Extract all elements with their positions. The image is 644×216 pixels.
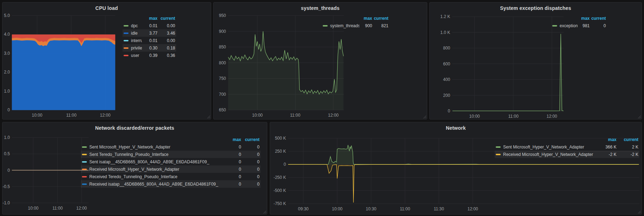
legend-max-header[interactable]: max [596, 137, 616, 142]
legend-series-label[interactable]: Sent isatap__45D6B665_800A_44AD_AB9E_E6D… [89, 159, 223, 164]
y-axis-tick-label: 0.5 [0, 151, 10, 156]
legend-max-value: 366 K [596, 145, 616, 150]
legend-series-color-swatch[interactable] [82, 154, 87, 155]
legend-row: Sent isatap__45D6B665_800A_44AD_AB9E_E6D… [81, 158, 261, 165]
y-axis-tick-label: 900 [206, 29, 226, 34]
legend-series-label[interactable]: privileged [131, 46, 142, 51]
legend-series-label[interactable]: idle [131, 31, 142, 36]
y-axis-tick-label: -250 K [266, 175, 286, 180]
y-axis-tick-label: 1.0 K [430, 30, 450, 35]
legend-series-label[interactable]: user [131, 53, 142, 58]
legend-max-value: 0.30 [142, 46, 157, 51]
panel-title-exception-dispatches[interactable]: System exception dispatches [430, 5, 642, 11]
cpu-load-chart-area[interactable] [2, 2, 211, 119]
legend-series-color-swatch[interactable] [124, 47, 129, 49]
y-axis-tick-label: 200 [430, 93, 450, 98]
legend-series-color-swatch[interactable] [124, 55, 129, 56]
cpu-load-legend: maxcurrentdpc0.010.00idle3.773.46interru… [123, 14, 176, 59]
x-axis-tick-label: 12:00 [464, 206, 482, 211]
y-axis-tick-label: 400 [430, 77, 450, 82]
legend-max-value: 0 [223, 145, 241, 150]
legend-max-value: 3.77 [142, 31, 157, 36]
legend-max-value: -2 K [596, 152, 616, 157]
legend-series-color-swatch[interactable] [82, 146, 87, 148]
legend-series-label[interactable]: dpc [131, 23, 142, 28]
y-axis-tick-label: 2.0 [0, 70, 10, 75]
y-axis-tick-label: 1.2 K [430, 14, 450, 19]
system-threads-legend: maxcurrentsystem_threads900821 [322, 14, 389, 29]
legend-max-value: 0 [223, 152, 241, 157]
y-axis-tick-label: -0.5 [0, 184, 10, 189]
legend-series-label[interactable]: Received Microsoft_Hyper_V_Network_Adapt… [89, 167, 223, 172]
legend-series-label[interactable]: Sent Microsoft_Hyper_V_Network_Adapter [503, 145, 596, 150]
x-axis-tick-label: 11:00 [62, 113, 80, 118]
legend-series-label[interactable]: Received Teredo_Tunneling_Pseudo_Interfa… [89, 174, 223, 179]
legend-series-label[interactable]: Sent Teredo_Tunneling_Pseudo_Interface [89, 152, 223, 157]
y-axis-tick-label: 800 [430, 46, 450, 51]
legend-current-value: 0 [241, 182, 260, 187]
legend-series-color-swatch[interactable] [82, 176, 87, 177]
x-axis-tick-label: 10:00 [328, 206, 346, 211]
legend-series-label[interactable]: Sent Microsoft_Hyper_V_Network_Adapter [89, 145, 223, 150]
legend-series-color-swatch[interactable] [496, 154, 501, 155]
exception-dispatches-chart-area[interactable] [430, 2, 642, 119]
panel-exception-dispatches: System exception dispatches maxcurrentex… [429, 2, 642, 119]
legend-row: system_threads900821 [322, 22, 389, 29]
legend-current-value: 0 [590, 23, 606, 28]
legend-series-label[interactable]: exceptions [560, 23, 578, 28]
y-axis-tick-label: 1.0 [0, 89, 10, 94]
legend-current-value: 0 [241, 145, 260, 150]
legend-max-header[interactable]: max [359, 16, 372, 21]
x-axis-tick-label: 12:00 [96, 113, 114, 118]
y-axis-tick-label: 1.0 [0, 135, 10, 140]
legend-series-color-swatch[interactable] [552, 25, 557, 27]
legend-series-color-swatch[interactable] [496, 146, 501, 148]
legend-current-header[interactable]: current [157, 16, 175, 21]
legend-current-value: 0 [241, 159, 260, 164]
legend-row: Received Teredo_Tunneling_Pseudo_Interfa… [81, 173, 261, 180]
x-axis-tick-label: 09:30 [294, 206, 312, 211]
x-axis-tick-label: 11:00 [286, 113, 304, 118]
legend-row: Received isatap__45D6B665_800A_44AD_AB9E… [81, 180, 261, 188]
system-threads-chart-area[interactable] [214, 2, 427, 119]
y-axis-tick-label: 4.0 [0, 32, 10, 37]
legend-current-header[interactable]: current [372, 16, 388, 21]
legend-current-header[interactable]: current [241, 137, 260, 142]
network-legend: maxcurrentSent Microsoft_Hyper_V_Network… [495, 136, 639, 158]
panel-title-network-discards[interactable]: Network discarded/error packets [2, 125, 267, 131]
y-axis-tick-label: 750 [206, 76, 226, 81]
legend-series-color-swatch[interactable] [124, 40, 129, 41]
legend-series-color-swatch[interactable] [82, 161, 87, 163]
legend-series-color-swatch[interactable] [323, 25, 328, 27]
legend-max-header[interactable]: max [223, 137, 241, 142]
legend-series-label[interactable]: system_threads [330, 23, 359, 28]
legend-series-color-swatch[interactable] [82, 183, 87, 185]
x-axis-tick-label: 12:00 [72, 206, 91, 211]
chart-svg [430, 2, 642, 119]
legend-max-value: 0.39 [142, 53, 157, 58]
legend-max-value: 0 [223, 174, 241, 179]
legend-series-color-swatch[interactable] [82, 169, 87, 170]
legend-series-color-swatch[interactable] [124, 25, 129, 27]
legend-row: Sent Microsoft_Hyper_V_Network_Adapter36… [495, 143, 639, 151]
panel-title-cpu-load[interactable]: CPU load [2, 5, 211, 11]
y-axis-tick-label: 5.0 [0, 13, 10, 18]
legend-row: Received Microsoft_Hyper_V_Network_Adapt… [81, 165, 261, 173]
x-axis-tick-label: 11:00 [396, 206, 414, 211]
x-axis-tick-label: 10:00 [28, 113, 46, 118]
x-axis-tick-label: 11:30 [430, 206, 448, 211]
legend-series-label[interactable]: Received isatap__45D6B665_800A_44AD_AB9E… [89, 182, 223, 187]
y-axis-tick-label: 0 [266, 162, 286, 167]
legend-current-header[interactable]: current [616, 137, 638, 142]
legend-current-header[interactable]: current [590, 16, 606, 21]
panel-title-network[interactable]: Network [270, 125, 642, 131]
legend-max-header[interactable]: max [142, 16, 157, 21]
panel-title-system-threads[interactable]: system_threads [214, 5, 427, 11]
legend-max-header[interactable]: max [578, 16, 590, 21]
legend-series-label[interactable]: interrupt [131, 38, 142, 43]
legend-row: interrupt0.010.00 [123, 37, 176, 44]
chart-svg [2, 2, 211, 119]
legend-header-row: maxcurrent [123, 14, 176, 22]
legend-series-label[interactable]: Received Microsoft_Hyper_V_Network_Adapt… [503, 152, 596, 157]
legend-series-color-swatch[interactable] [124, 33, 129, 34]
